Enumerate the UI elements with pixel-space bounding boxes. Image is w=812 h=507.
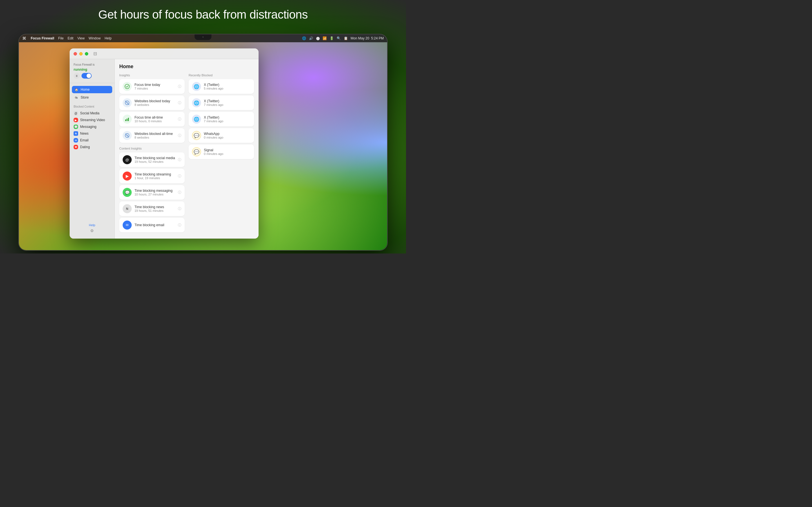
messaging-blocking-icon: 💬 — [123, 188, 132, 197]
focus-time-today-text: Focus time today 7 minutes — [135, 83, 160, 90]
whatsapp-time: 0 minutes ago — [204, 136, 223, 139]
streaming-blocking-info-icon: ⓘ — [178, 174, 181, 179]
firewall-toggle[interactable] — [82, 73, 92, 78]
toggle-row: ⏸ — [73, 73, 110, 79]
menubar-datetime: Mon May 20 5:24 PM — [351, 36, 384, 40]
apple-logo-icon: ⌘ — [22, 36, 26, 41]
email-blocking-icon: ✉ — [123, 221, 132, 230]
titlebar: ⊟ — [70, 48, 259, 59]
insight-websites-blocked-alltime: Websites blocked all-time 8 websites ⓘ — [119, 128, 185, 143]
sidebar-item-store[interactable]: 🛍 Store — [72, 94, 112, 101]
menubar-window[interactable]: Window — [89, 36, 101, 40]
streaming-blocking-icon: ▶ — [123, 172, 132, 180]
twitter1-name: X (Twitter) — [204, 83, 223, 87]
menubar-help[interactable]: Help — [105, 36, 112, 40]
content-insights-label: Content Insights — [119, 147, 185, 150]
focus-time-alltime-title: Focus time all-time — [135, 115, 163, 119]
menubar-app-name: Focus Firewall — [31, 36, 54, 40]
menubar-left: ⌘ Focus Firewall File Edit View Window H… — [22, 36, 112, 41]
websites-blocked-today-icon — [123, 98, 132, 107]
messaging-blocking-title: Time blocking messaging — [135, 189, 172, 193]
macbook-frame: ⌘ Focus Firewall File Edit View Window H… — [18, 34, 388, 251]
email-blocking-title: Time blocking email — [135, 223, 164, 227]
insights-column: Insights Focus time today — [119, 73, 185, 234]
sidebar-item-home[interactable]: 🏠 Home — [72, 86, 112, 93]
sidebar: Focus Firewall is running ⏸ 🏠 Home 🛍 — [70, 59, 115, 238]
dating-icon: ❤ — [73, 145, 78, 149]
messaging-icon: 💬 — [73, 124, 78, 129]
signal-info: Signal 0 minutes ago — [204, 148, 223, 156]
menubar-edit[interactable]: Edit — [68, 36, 73, 40]
maximize-button[interactable] — [85, 52, 88, 55]
content-insights-section: Content Insights @ Time blocking social … — [119, 147, 185, 232]
firewall-status-section: Focus Firewall is running ⏸ — [70, 63, 114, 83]
messaging-blocking-subtitle: 10 hours, 27 minutes — [135, 193, 172, 196]
sidebar-item-social-media[interactable]: @ Social Media — [70, 110, 114, 117]
streaming-blocking-subtitle: 1 hour, 19 minutes — [135, 176, 171, 180]
recently-blocked-label: Recently Blocked — [189, 73, 254, 77]
sidebar-item-news[interactable]: N News — [70, 130, 114, 137]
sidebar-home-label: Home — [81, 88, 90, 92]
store-icon: 🛍 — [74, 95, 79, 100]
sidebar-item-email[interactable]: ✉ Email — [70, 137, 114, 144]
websites-blocked-alltime-title: Websites blocked all-time — [135, 132, 173, 136]
news-blocking-info-icon: ⓘ — [178, 207, 181, 211]
messaging-blocking-info-icon: ⓘ — [178, 190, 181, 195]
news-label: News — [80, 131, 89, 135]
twitter2-name: X (Twitter) — [204, 99, 223, 103]
settings-icon[interactable]: ⚙ — [90, 228, 94, 233]
sidebar-item-dating[interactable]: ❤ Dating — [70, 144, 114, 151]
help-link[interactable]: Help — [89, 223, 95, 227]
page-title: Home — [119, 64, 254, 69]
focus-time-alltime-text: Focus time all-time 10 hours, 0 minutes — [135, 115, 163, 123]
streaming-blocking-title: Time blocking streaming — [135, 172, 171, 176]
pause-button[interactable]: ⏸ — [73, 73, 80, 79]
social-blocking-icon: @ — [123, 155, 132, 164]
social-media-icon: @ — [73, 111, 78, 115]
messaging-label: Messaging — [80, 125, 96, 129]
focus-time-alltime-icon — [123, 115, 132, 124]
whatsapp-name: WhatsApp — [204, 132, 223, 136]
insight-news-blocking: N Time blocking news 19 hours, 51 minute… — [119, 202, 185, 216]
camera-dot — [202, 36, 204, 38]
app-window: ⊟ Focus Firewall is running ⏸ 🏠 — [70, 48, 259, 238]
insight-focus-time-today: Focus time today 7 minutes ⓘ — [119, 79, 185, 94]
social-blocking-info-icon: ⓘ — [178, 158, 181, 162]
insight-email-blocking: ✉ Time blocking email ⓘ — [119, 218, 185, 232]
minimize-button[interactable] — [79, 52, 83, 55]
close-button[interactable] — [73, 52, 77, 55]
news-blocking-subtitle: 19 hours, 51 minutes — [135, 209, 164, 212]
svg-rect-6 — [126, 119, 128, 121]
menubar-file[interactable]: File — [58, 36, 63, 40]
menubar-globe-icon: 🌐 — [302, 36, 306, 40]
insight-messaging-blocking: 💬 Time blocking messaging 10 hours, 27 m… — [119, 185, 185, 200]
social-blocking-subtitle: 19 hours, 52 minutes — [135, 160, 175, 163]
insights-grid: Insights Focus time today — [119, 73, 254, 234]
email-blocking-text: Time blocking email — [135, 223, 164, 227]
menubar-battery-icon: 🔋 — [329, 36, 334, 40]
email-blocking-info-icon: ⓘ — [178, 223, 181, 228]
recently-blocked-twitter2: 🌐 X (Twitter) 7 minutes ago — [189, 96, 254, 110]
page-headline: Get hours of focus back from distraction… — [0, 8, 406, 21]
menubar-sound-icon: 🔊 — [309, 36, 313, 40]
svg-rect-7 — [128, 118, 129, 121]
sidebar-item-messaging[interactable]: 💬 Messaging — [70, 123, 114, 130]
social-blocking-text: Time blocking social media 19 hours, 52 … — [135, 156, 175, 163]
sidebar-item-streaming-video[interactable]: ▶ Streaming Video — [70, 117, 114, 123]
signal-name: Signal — [204, 148, 223, 152]
news-blocking-title: Time blocking news — [135, 205, 164, 209]
twitter3-icon: 🌐 — [192, 115, 201, 124]
sidebar-footer: Help ⚙ — [70, 221, 114, 236]
twitter3-info: X (Twitter) 7 minutes ago — [204, 115, 223, 123]
twitter1-icon: 🌐 — [192, 82, 201, 91]
svg-rect-5 — [125, 119, 126, 121]
twitter2-info: X (Twitter) 7 minutes ago — [204, 99, 223, 107]
menubar-search-icon[interactable]: 🔍 — [337, 36, 341, 40]
streaming-video-icon: ▶ — [73, 118, 78, 122]
social-blocking-title: Time blocking social media — [135, 156, 175, 160]
menubar-view[interactable]: View — [77, 36, 85, 40]
sidebar-toggle-icon[interactable]: ⊟ — [93, 51, 97, 56]
websites-blocked-today-text: Websites blocked today 8 websites — [135, 99, 170, 107]
recently-blocked-column: Recently Blocked 🌐 X (Twitter) 5 minutes… — [189, 73, 254, 234]
firewall-status-label: Focus Firewall is — [73, 63, 110, 66]
